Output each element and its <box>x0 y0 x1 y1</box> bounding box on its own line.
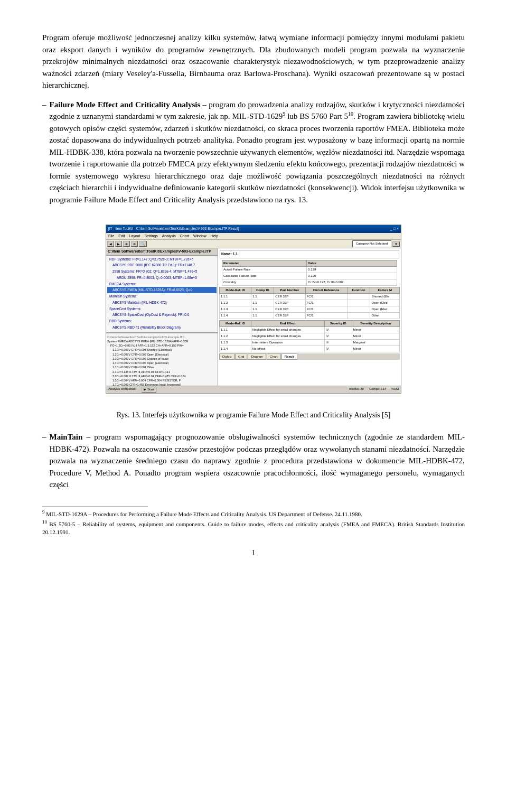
t2r1-sev-desc: Minor <box>352 326 399 333</box>
col2-mode-ref-id: Mode-Ref. ID <box>220 320 251 326</box>
page-number: 1 <box>42 547 465 558</box>
tree-spacecost: SpaceCost Systems: <box>107 306 217 312</box>
param-row-3: Criticality Cr:IV=0.132; Cr:III=0.007 <box>222 279 397 285</box>
dash-symbol-fmea: – <box>42 99 46 206</box>
footnote-10-content: BS 5760-5 – Reliability of systems, equi… <box>42 521 465 535</box>
figure-caption: Rys. 13. Interfejs użytkownika w program… <box>106 409 401 421</box>
detail-row2: 1.1Cr=0.009V CFR=0.003 Shorted (Electric… <box>107 348 217 352</box>
fmea-body: C:\Item Software\Item\ToolKit\Examples\V… <box>106 248 401 394</box>
toolbar-search-btn[interactable]: ▼ <box>392 241 400 247</box>
t2r4-sev-desc: Minor <box>352 346 399 352</box>
t1r4-comp: 1.1 <box>251 312 274 319</box>
fmea-text-3: . Program zawiera bibliotekę wielu gotow… <box>50 112 465 204</box>
table1-body: 1.1.1 1.1 CER 33P FC/1 Shorted (Ele 1.1.… <box>220 293 400 319</box>
fmea-title-text: [IT - Item ToolKit - C:\Item Software\It… <box>108 226 239 231</box>
footnote-9-text: 9 MIL-STD-1629A – Procedures for Perform… <box>42 510 465 518</box>
status-analysis: Analysis completed. <box>108 387 136 393</box>
fmea-titlebar: [IT - Item ToolKit - C:\Item Software\It… <box>106 225 401 233</box>
paragraph-fmea: – Failure Mode Effect and Criticality An… <box>42 99 465 206</box>
t1r2-failure: Open (Elec <box>370 300 400 306</box>
col2-end-effect: End Effect <box>251 320 324 326</box>
fmea-tree-detail: C:\Item Software\Item\ToolKit\Examples\V… <box>106 334 218 393</box>
t1r2-func <box>347 300 370 306</box>
footnote-10-number: 10 <box>42 519 47 525</box>
tree-abcsys-fmea: ABCSYS FMEA (MIL-STD-1629A): FR=8.0023; … <box>107 287 217 293</box>
toolbar-btn-2[interactable]: ▶ <box>115 241 122 247</box>
toolbar-btn-1[interactable]: ◀ <box>107 241 114 247</box>
tab-diagram[interactable]: Diagram <box>248 353 266 360</box>
fmea-toolbar: ◀ ▶ ⊕ ⊗ 🔍 Category:Not Selected ▼ <box>106 240 401 248</box>
tab-chart[interactable]: Chart <box>267 353 281 360</box>
footnote-10-text: 10 BS 5760-5 – Reliability of systems, e… <box>42 520 465 537</box>
paragraph-1: Program oferuje możliwość jednoczesnej a… <box>42 32 465 91</box>
table1-row-1: 1.1.1 1.1 CER 33P FC/1 Shorted (Ele <box>220 293 400 300</box>
toolbar-btn-4[interactable]: ⊗ <box>131 241 138 247</box>
detail-system: System FMECA ABCSYS FMEA (MIL-STD-1629A)… <box>107 339 217 343</box>
tree-fmeca: FMECA Systems: <box>107 281 217 287</box>
col-function: Function <box>347 287 370 293</box>
toolbar-btn-3[interactable]: ⊕ <box>123 241 130 247</box>
tree-abcsys-rbd: ABCSYS RBD #1 (Reliability Block Diagram… <box>107 324 217 331</box>
fmea-table2-wrapper: Mode-Ref. ID End Effect Severity ID Seve… <box>219 320 400 352</box>
param-row-1: Actual Failure Rate 0.139 <box>222 266 397 273</box>
toolbar-btn-5[interactable]: 🔍 <box>139 241 147 247</box>
tree-2998: 2998 Systems: FR=0.802; Q=1.832e-4; MTBF… <box>107 268 217 275</box>
menu-window: Window <box>193 234 206 239</box>
t2r4-effect: No effect <box>251 346 324 352</box>
param-col-parameter: Parameter <box>222 260 306 266</box>
detail-row3: 1.2Cr=0.009V CFR=0.005 Open (Electrical) <box>107 352 217 357</box>
tree-ardu: ARDU 2998: FR=0.8003; Q=0.0003; MTBF=1.6… <box>107 275 217 281</box>
tree-abcsys-space: ABCSYS SpaceCost (OpCost & Repmok): FR=0… <box>107 312 217 318</box>
fmea-status-bar: Analysis completed. ▶ Start Blocks: 29 C… <box>106 386 401 393</box>
detail-row7: 2.1Cr=4.135 0.73V III,AFR=0.04 CFR=0.111 <box>107 370 217 374</box>
param-value-2: 0.139 <box>307 273 397 279</box>
tree-abcsys-maintain: ABCSYS Maintain (MIL-HDBK-472) <box>107 300 217 306</box>
t2r2-mode: 1.1.2 <box>220 333 251 339</box>
detail-row1: FO=1.2Cr=0.92 IV,III AFR=1.5.152 CH+AFR=… <box>107 343 217 348</box>
fmea-software-ui: [IT - Item ToolKit - C:\Item Software\It… <box>106 225 401 393</box>
detail-row8: 3.0Cr=0.082 0.73V III,AFR=0.04 CFR=0.485… <box>107 374 217 378</box>
t1r1-func <box>347 293 370 300</box>
t1r4-failure: Other <box>370 312 400 319</box>
table2-row-3: 1.1.3 Intermittent Operation III Margina… <box>220 339 400 346</box>
fmea-menubar: File Edit Layout Settings Analysis Chart… <box>106 233 401 240</box>
fmea-table1: Mode-Ref. ID Comp ID Part Number Circuit… <box>219 287 400 319</box>
table1-header-row: Mode-Ref. ID Comp ID Part Number Circuit… <box>220 287 400 293</box>
t2r1-mode: 1.1.1 <box>220 326 251 333</box>
t2r2-sev-desc: Minor <box>352 333 399 339</box>
t1r3-failure: Open (Elec <box>370 306 400 312</box>
t2r4-sev-id: IV <box>324 346 352 352</box>
fmea-right-panel: Name: 1.1 Parameter Value Actual Failure… <box>218 248 401 394</box>
name-label: Name: 1.1 <box>221 252 238 256</box>
t2r2-effect: Negligible Effect for small changes <box>251 333 324 339</box>
t1r3-comp: 1.1 <box>251 306 274 312</box>
table1-row-3: 1.1.3 1.1 CER 33P FC/1 Open (Elec <box>220 306 400 312</box>
t1r2-circuit: FC/1 <box>305 300 347 306</box>
t2r2-sev-id: IV <box>324 333 352 339</box>
screenshot-wrapper: [IT - Item ToolKit - C:\Item Software\It… <box>42 214 465 404</box>
param-row-2: Calculated Failure Rate 0.139 <box>222 273 397 279</box>
fmea-table2: Mode-Ref. ID End Effect Severity ID Seve… <box>219 320 400 352</box>
table2-head: Mode-Ref. ID End Effect Severity ID Seve… <box>220 320 400 326</box>
menu-edit: Edit <box>118 234 125 239</box>
table2-row-4: 1.1.4 No effect IV Minor <box>220 346 400 352</box>
t1r2-mode: 1.1.2 <box>220 300 251 306</box>
fmea-param-table: Parameter Value Actual Failure Rate 0.13… <box>222 260 397 286</box>
col-part-number: Part Number <box>274 287 305 293</box>
status-spacer <box>162 387 344 393</box>
t1r1-circuit: FC/1 <box>305 293 347 300</box>
status-start-btn[interactable]: ▶ Start <box>142 387 156 393</box>
table2-body: 1.1.1 Negligible Effect for small change… <box>220 326 400 352</box>
t2r1-sev-id: IV <box>324 326 352 333</box>
detail-row9: 1.5Cr=0.004V AFR=0.004 CFR=0.004 RESISTO… <box>107 378 217 382</box>
param-col-value: Value <box>307 260 397 266</box>
footnote-9-number: 9 <box>42 509 45 515</box>
status-comps: Comps: 114 <box>369 387 386 393</box>
col2-severity-id: Severity ID <box>324 320 352 326</box>
fmea-bottom-tabs: Dialog Grid Diagram Chart Result <box>219 353 400 360</box>
tab-dialog[interactable]: Dialog <box>219 353 234 360</box>
maintain-text: – program wspomagający prognozowanie obs… <box>50 433 465 489</box>
tab-result[interactable]: Result <box>281 353 297 360</box>
tab-grid[interactable]: Grid <box>235 353 247 360</box>
menu-layout: Layout <box>129 234 140 239</box>
